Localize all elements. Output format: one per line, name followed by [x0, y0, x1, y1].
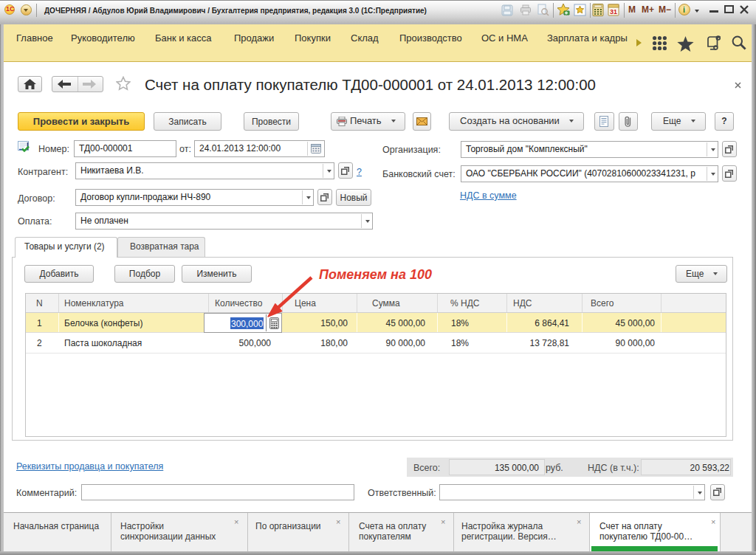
svg-text:31: 31 — [610, 8, 617, 15]
